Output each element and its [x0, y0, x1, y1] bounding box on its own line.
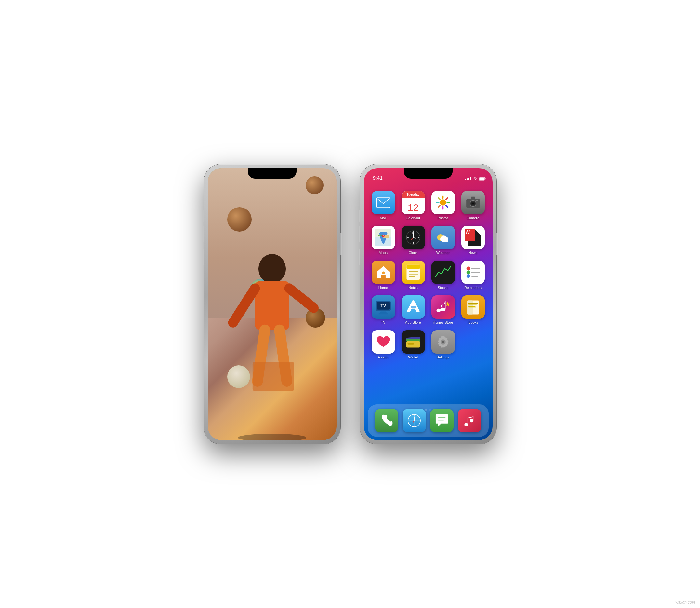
svg-rect-22: [471, 196, 475, 199]
svg-rect-9: [485, 178, 485, 179]
app-label-news: News: [468, 251, 478, 255]
svg-rect-67: [380, 311, 386, 313]
svg-point-61: [466, 274, 470, 278]
app-label-home: Home: [378, 286, 388, 289]
svg-rect-74: [467, 300, 473, 314]
app-icon-appstore[interactable]: App Store: [400, 296, 427, 324]
app-label-calendar: Calendar: [406, 216, 421, 220]
svg-rect-10: [479, 177, 484, 180]
app-icon-itunes[interactable]: iTunes Store: [429, 296, 457, 324]
svg-rect-17: [443, 206, 444, 210]
app-label-health: Health: [378, 355, 389, 359]
mute-button[interactable]: [202, 210, 204, 222]
svg-rect-76: [468, 304, 477, 305]
svg-rect-18: [438, 205, 441, 208]
app-icon-mail[interactable]: Mail: [370, 191, 397, 220]
svg-line-2: [233, 288, 255, 322]
app-icon-tv[interactable]: TV TV: [370, 296, 397, 324]
volume-up-button[interactable]: [202, 226, 204, 242]
app-icon-reminders[interactable]: Reminders: [460, 261, 487, 289]
app-label-ibooks: iBooks: [468, 320, 478, 324]
calendar-date: 12: [402, 202, 425, 213]
status-time: 9:41: [373, 175, 383, 180]
svg-rect-78: [468, 307, 476, 308]
right-screen: 9:41: [364, 168, 492, 440]
ball-2: [227, 207, 252, 232]
svg-line-3: [289, 288, 313, 308]
app-label-mail: Mail: [380, 216, 386, 220]
app-label-settings: Settings: [436, 355, 450, 359]
dock: [368, 404, 489, 437]
battery-icon: [479, 177, 486, 180]
app-grid: Mail Tuesday 12 Calendar: [364, 188, 492, 362]
signal-bar-3: [468, 178, 469, 180]
app-icon-home[interactable]: Home: [370, 261, 397, 289]
app-label-itunes: iTunes Store: [433, 320, 453, 324]
app-icon-maps[interactable]: Maps: [370, 226, 397, 255]
svg-point-60: [466, 270, 470, 274]
ball-1: [306, 176, 324, 194]
app-label-reminders: Reminders: [464, 286, 482, 289]
dock-messages[interactable]: [430, 409, 453, 432]
app-label-appstore: App Store: [405, 320, 421, 324]
app-label-maps: Maps: [379, 251, 388, 255]
app-label-stocks: Stocks: [438, 286, 448, 289]
dock-phone[interactable]: [375, 409, 398, 432]
app-label-camera: Camera: [467, 216, 479, 220]
right-volume-up-button[interactable]: [358, 226, 360, 242]
right-power-button[interactable]: [497, 233, 498, 255]
app-icon-stocks[interactable]: Stocks: [429, 261, 457, 289]
right-volume-down-button[interactable]: [358, 249, 360, 265]
svg-rect-83: [406, 341, 420, 347]
svg-rect-19: [436, 202, 440, 203]
svg-rect-53: [406, 265, 420, 269]
left-phone: [204, 164, 341, 444]
volume-down-button[interactable]: [202, 249, 204, 265]
svg-point-51: [382, 271, 385, 274]
watermark: waxdn.com: [675, 600, 695, 605]
ios-home-screen: 9:41: [364, 168, 492, 440]
svg-rect-1: [255, 281, 289, 329]
app-icon-camera[interactable]: Camera: [460, 191, 487, 220]
svg-text:N: N: [466, 230, 470, 235]
svg-rect-13: [443, 195, 444, 199]
svg-point-59: [466, 266, 470, 270]
app-icon-weather[interactable]: Weather: [429, 226, 457, 255]
right-mute-button[interactable]: [358, 210, 360, 222]
app-icon-news[interactable]: N News: [460, 226, 487, 255]
app-icon-ibooks[interactable]: iBooks: [460, 296, 487, 324]
photo-wallpaper: [208, 168, 336, 440]
app-label-tv: TV: [381, 320, 385, 324]
app-icon-notes[interactable]: Notes: [400, 261, 427, 289]
svg-text:6: 6: [413, 241, 413, 243]
scene: 9:41: [191, 151, 509, 457]
svg-rect-11: [376, 198, 390, 208]
app-icon-photos[interactable]: Photos: [429, 191, 457, 220]
svg-text:3: 3: [417, 236, 419, 239]
dock-safari[interactable]: [403, 409, 426, 432]
app-label-notes: Notes: [408, 286, 418, 289]
svg-point-0: [258, 254, 286, 283]
svg-point-87: [442, 341, 444, 343]
app-icon-clock[interactable]: 12 3 6 9 Clock: [400, 226, 427, 255]
svg-rect-77: [468, 306, 475, 307]
signal-icon: [465, 177, 471, 180]
svg-marker-92: [414, 416, 415, 421]
app-icon-wallet[interactable]: Wallet: [400, 330, 427, 359]
app-label-photos: Photos: [437, 216, 448, 220]
svg-point-25: [472, 203, 474, 204]
svg-marker-93: [413, 421, 414, 425]
svg-rect-57: [434, 263, 452, 282]
svg-point-26: [476, 200, 478, 201]
power-button[interactable]: [341, 233, 342, 255]
svg-rect-16: [445, 205, 448, 208]
dock-music[interactable]: [458, 409, 481, 432]
app-icon-health[interactable]: Health: [370, 330, 397, 359]
app-label-clock: Clock: [409, 251, 418, 255]
notch: [248, 168, 296, 178]
app-label-wallet: Wallet: [408, 355, 418, 359]
app-icon-settings[interactable]: Settings: [429, 330, 457, 359]
app-icon-calendar[interactable]: Tuesday 12 Calendar: [400, 191, 427, 220]
signal-bar-1: [465, 179, 466, 180]
svg-rect-75: [468, 303, 478, 304]
